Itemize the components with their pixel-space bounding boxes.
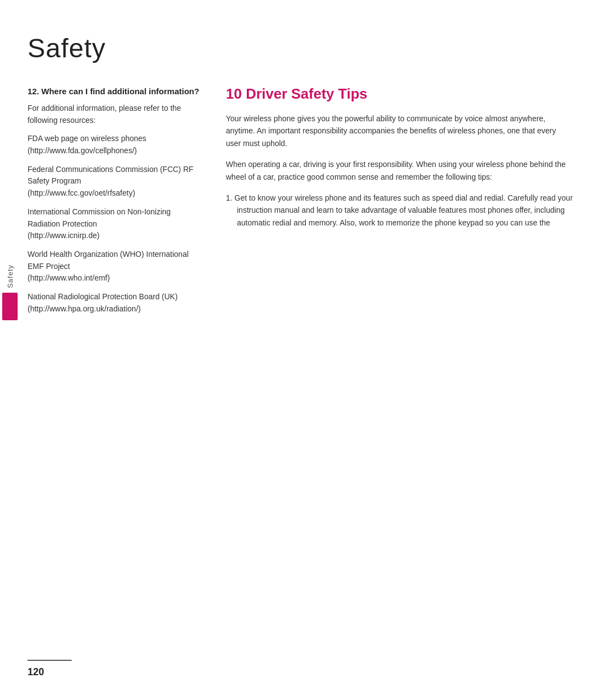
driver-safety-para-2: When operating a car, driving is your fi… bbox=[226, 158, 573, 183]
resource-fcc: Federal Communications Commission (FCC) … bbox=[28, 164, 204, 200]
driver-safety-heading: 10 Driver Safety Tips bbox=[226, 85, 573, 103]
resource-who-url: (http://www.who.int/emf) bbox=[28, 273, 110, 282]
driver-safety-list: 1. Get to know your wireless phone and i… bbox=[226, 192, 573, 229]
right-column: 10 Driver Safety Tips Your wireless phon… bbox=[226, 85, 573, 667]
side-tab: Safety bbox=[0, 265, 20, 364]
section-12-heading: 12. Where can I find additional informat… bbox=[28, 85, 204, 97]
resource-fda-name: FDA web page on wireless phones bbox=[28, 134, 147, 143]
resource-icnirp: International Commission on Non-Ionizing… bbox=[28, 206, 204, 242]
resource-fda-url: (http://www.fda.gov/cellphones/) bbox=[28, 146, 137, 155]
resource-who: World Health Organization (WHO) Internat… bbox=[28, 249, 204, 284]
side-tab-bar bbox=[2, 293, 18, 320]
driver-safety-para-1: Your wireless phone gives you the powerf… bbox=[226, 112, 573, 149]
resource-nrpb: National Radiological Protection Board (… bbox=[28, 291, 204, 315]
resource-nrpb-name: National Radiological Protection Board (… bbox=[28, 292, 177, 301]
resource-fcc-name: Federal Communications Commission (FCC) … bbox=[28, 165, 193, 186]
footer-divider bbox=[28, 660, 72, 661]
page-footer: 120 bbox=[28, 660, 573, 678]
resource-who-name: World Health Organization (WHO) Internat… bbox=[28, 250, 188, 271]
page-container: Safety Safety 12. Where can I find addit… bbox=[0, 0, 595, 700]
intro-text: For additional information, please refer… bbox=[28, 103, 204, 126]
resource-icnirp-url: (http://www.icnirp.de) bbox=[28, 231, 100, 240]
list-item-1: 1. Get to know your wireless phone and i… bbox=[226, 192, 573, 229]
page-number: 120 bbox=[28, 666, 573, 678]
resource-fda: FDA web page on wireless phones (http://… bbox=[28, 133, 204, 157]
page-title: Safety bbox=[28, 33, 573, 63]
resource-fcc-url: (http://www.fcc.gov/oet/rfsafety) bbox=[28, 189, 135, 197]
side-tab-label: Safety bbox=[6, 265, 14, 288]
resource-nrpb-url: (http://www.hpa.org.uk/radiation/) bbox=[28, 304, 140, 313]
left-column: 12. Where can I find additional informat… bbox=[28, 85, 204, 667]
content-wrapper: Safety 12. Where can I find additional i… bbox=[28, 33, 573, 667]
resource-icnirp-name: International Commission on Non-Ionizing… bbox=[28, 207, 171, 228]
columns-layout: 12. Where can I find additional informat… bbox=[28, 85, 573, 667]
